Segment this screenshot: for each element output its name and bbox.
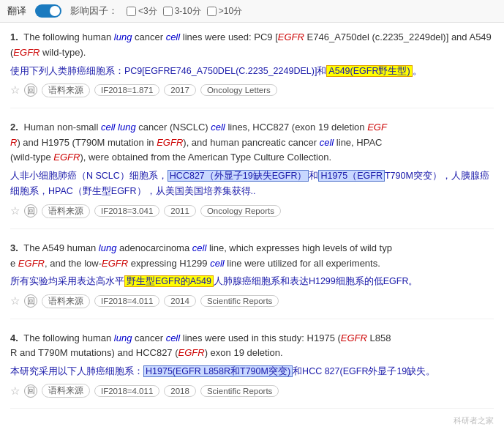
tag-journal-3[interactable]: Scientific Reports [200, 295, 279, 307]
highlight-2a: HCC827（外显子19缺失EGFR） [168, 170, 309, 182]
tag-year-4[interactable]: 2018 [164, 385, 196, 397]
tag-source-1[interactable]: 语料来源 [42, 83, 90, 97]
result-3-chinese: 所有实验均采用表达高水平野生型EGFR的A549人肺腺癌细胞系和表达H1299细… [10, 274, 494, 289]
result-4-chinese: 本研究采用以下人肺癌细胞系：H1975(EGFR L858R和T790M突变)和… [10, 364, 494, 379]
filter-less3-checkbox[interactable] [127, 7, 136, 16]
result-item-4: 4. The following human lung cancer cell … [10, 331, 494, 409]
highlight-2b: H1975（EGFR [318, 170, 385, 182]
filter-3to10-label: 3-10分 [175, 5, 201, 18]
filter-more10[interactable]: >10分 [207, 5, 242, 18]
tag-if-1[interactable]: IF2018=1.871 [94, 84, 159, 96]
result-1-chinese: 使用下列人类肺癌细胞系：PC9[EGFRE746_A750DEL(C.2235_… [10, 64, 494, 79]
result-2-english: 2. Human non-small cell lung cancer (NSC… [10, 120, 494, 166]
tag-journal-2[interactable]: Oncology Reports [200, 205, 281, 217]
result-2-meta: ☆ 回 语料来源 IF2018=3.041 2011 Oncology Repo… [10, 204, 494, 218]
star-4[interactable]: ☆ [10, 384, 20, 398]
tag-year-3[interactable]: 2014 [164, 295, 196, 307]
filter-more10-checkbox[interactable] [207, 7, 217, 16]
translate-toggle[interactable] [35, 4, 61, 18]
result-2-number: 2. [10, 122, 18, 133]
star-3[interactable]: ☆ [10, 294, 20, 308]
tag-journal-1[interactable]: Oncology Letters [200, 84, 277, 96]
highlight-3: 野生型EGFR的A549 [124, 275, 214, 287]
toggle-knob [50, 6, 60, 16]
icon-circle-4[interactable]: 回 [24, 384, 37, 398]
result-item-1: 1. The following human lung cancer cell … [10, 30, 494, 108]
result-3-meta: ☆ 回 语料来源 IF2018=4.011 2014 Scientific Re… [10, 294, 494, 308]
filter-more10-label: >10分 [219, 5, 242, 18]
main-content: 1. The following human lung cancer cell … [0, 23, 504, 428]
tag-if-3[interactable]: IF2018=4.011 [94, 295, 159, 307]
result-3-english: 3. The A549 human lung adenocarcinoma ce… [10, 241, 494, 272]
result-item-2: 2. Human non-small cell lung cancer (NSC… [10, 120, 494, 229]
tag-source-2[interactable]: 语料来源 [42, 204, 90, 218]
filter-3to10[interactable]: 3-10分 [163, 5, 201, 18]
tag-source-4[interactable]: 语料来源 [42, 384, 90, 398]
tag-year-1[interactable]: 2017 [164, 84, 196, 96]
translate-label: 翻译 [7, 4, 26, 18]
icon-circle-3[interactable]: 回 [24, 294, 37, 308]
filter-label: 影响因子： [70, 4, 118, 18]
tag-journal-4[interactable]: Scientific Reports [200, 385, 279, 397]
result-3-number: 3. [10, 242, 18, 253]
result-2-chinese: 人非小细胞肺癌（N SCLC）细胞系，HCC827（外显子19缺失EGFR）和H… [10, 168, 494, 200]
star-1[interactable]: ☆ [10, 83, 20, 97]
result-4-number: 4. [10, 332, 18, 343]
filter-less3-label: <3分 [138, 5, 157, 18]
tag-year-2[interactable]: 2011 [164, 205, 196, 217]
tag-if-2[interactable]: IF2018=3.041 [94, 205, 159, 217]
highlight-4: H1975(EGFR L858R和T790M突变) [143, 365, 293, 377]
star-2[interactable]: ☆ [10, 204, 20, 218]
filter-group: <3分 3-10分 >10分 [127, 5, 242, 18]
result-1-number: 1. [10, 31, 18, 42]
icon-circle-1[interactable]: 回 [24, 83, 37, 97]
result-4-english: 4. The following human lung cancer cell … [10, 331, 494, 362]
filter-3to10-checkbox[interactable] [163, 7, 173, 16]
top-bar: 翻译 影响因子： <3分 3-10分 >10分 [0, 0, 504, 23]
tag-if-4[interactable]: IF2018=4.011 [94, 385, 159, 397]
icon-circle-2[interactable]: 回 [24, 204, 37, 218]
result-1-english: 1. The following human lung cancer cell … [10, 30, 494, 61]
result-1-meta: ☆ 回 语料来源 IF2018=1.871 2017 Oncology Lett… [10, 83, 494, 97]
result-item-3: 3. The A549 human lung adenocarcinoma ce… [10, 241, 494, 319]
result-4-meta: ☆ 回 语料来源 IF2018=4.011 2018 Scientific Re… [10, 384, 494, 398]
filter-less3[interactable]: <3分 [127, 5, 157, 18]
tag-source-3[interactable]: 语料来源 [42, 294, 90, 308]
highlight-1: A549(EGFR野生型) [326, 65, 412, 77]
watermark: 科研者之家 [454, 415, 494, 426]
